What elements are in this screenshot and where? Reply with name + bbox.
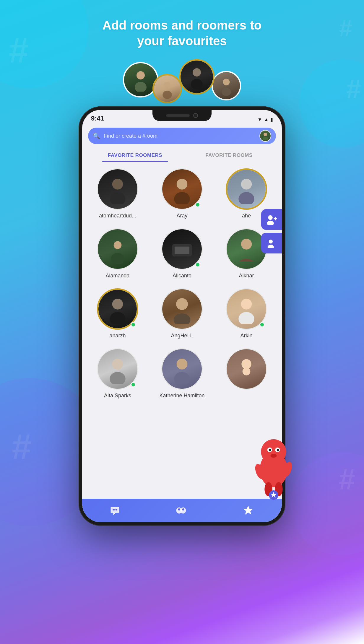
user-card-alta-sparks[interactable]: Alta Sparks — [87, 345, 149, 402]
user-avatar-wrap-10 — [97, 348, 138, 390]
user-name-3: ahe — [242, 213, 251, 219]
user-avatar-1 — [97, 168, 138, 210]
svg-point-45 — [182, 508, 184, 510]
svg-point-36 — [174, 372, 190, 384]
svg-point-39 — [113, 509, 114, 511]
tab-favorite-rooms[interactable]: FAVORITE ROOMS — [182, 149, 276, 162]
phone-wrapper: 9:41 ▼ ▲ ▮ 🔍 Find or create a #room — [79, 106, 285, 526]
user-name-2: Aray — [176, 213, 187, 219]
mascot-character — [250, 430, 297, 502]
online-indicator-10 — [131, 382, 136, 387]
phone-notch — [152, 110, 212, 121]
header-line2: your favourites — [137, 34, 227, 48]
user-avatar-wrap-7 — [97, 288, 138, 330]
bg-decoration-4 — [290, 452, 364, 555]
svg-point-14 — [269, 240, 273, 243]
floating-avatar-2[interactable] — [152, 74, 182, 103]
nav-item-chat[interactable] — [110, 505, 120, 516]
svg-point-31 — [241, 299, 252, 310]
user-avatar-11 — [161, 348, 203, 390]
user-avatar-wrap-12 — [226, 348, 267, 390]
svg-point-44 — [178, 508, 180, 510]
page-header: Add rooms and roomers to your favourites — [0, 18, 364, 49]
tab-favorite-roomers[interactable]: FAVORITE ROOMERS — [88, 149, 182, 162]
user-card-anghell[interactable]: AngHeLL — [151, 285, 213, 342]
user-card-alicanto[interactable]: Alicanto — [151, 225, 213, 282]
user-avatar-wrap-9 — [226, 288, 267, 330]
floating-avatar-3[interactable] — [179, 59, 214, 95]
user-card-anarzh[interactable]: anarzh — [87, 285, 149, 342]
floating-avatar-4[interactable] — [212, 71, 241, 100]
nav-item-favorites[interactable] — [242, 504, 254, 517]
svg-point-16 — [112, 179, 123, 190]
user-name-5: Alicanto — [173, 273, 191, 279]
status-icons: ▼ ▲ ▮ — [257, 117, 273, 122]
svg-point-4 — [193, 68, 201, 77]
online-indicator-5 — [195, 262, 200, 267]
online-indicator-9 — [259, 322, 265, 327]
svg-point-17 — [110, 192, 125, 204]
svg-point-34 — [110, 372, 125, 384]
svg-point-28 — [110, 312, 125, 324]
user-card-katherine-hamilton[interactable]: Katherine Hamilton — [151, 345, 213, 402]
status-time: 9:41 — [91, 115, 104, 122]
tabs-container: FAVORITE ROOMERS FAVORITE ROOMS — [82, 149, 282, 162]
search-avatar[interactable] — [259, 130, 271, 142]
svg-marker-46 — [243, 506, 253, 515]
user-avatar-12 — [226, 348, 267, 390]
user-avatar-wrap-8 — [161, 288, 203, 330]
user-avatar-8 — [161, 288, 203, 330]
svg-point-27 — [112, 299, 123, 310]
svg-point-35 — [177, 359, 188, 370]
nav-item-rooms[interactable] — [175, 504, 187, 517]
add-friend-button-2[interactable] — [261, 233, 282, 253]
svg-point-29 — [176, 298, 188, 310]
user-avatar-3 — [226, 168, 267, 210]
svg-point-7 — [222, 88, 231, 96]
signal-icon: ▲ — [264, 117, 269, 122]
user-avatar-wrap-5 — [161, 228, 203, 270]
svg-point-8 — [264, 133, 267, 136]
user-card-arkin[interactable]: Arkin — [215, 285, 277, 342]
svg-point-5 — [191, 79, 203, 89]
user-name-7: anarzh — [109, 333, 126, 339]
notch-speaker — [166, 114, 190, 117]
user-avatar-6 — [226, 228, 267, 270]
svg-point-6 — [223, 79, 230, 85]
add-friend-button[interactable] — [261, 209, 282, 230]
user-avatar-wrap-2 — [161, 168, 203, 210]
svg-point-2 — [164, 82, 171, 88]
svg-point-38 — [243, 367, 251, 375]
user-avatar-wrap-3 — [226, 168, 267, 210]
user-name-11: Katherine Hamilton — [159, 393, 204, 399]
online-indicator-2 — [195, 202, 200, 207]
search-bar[interactable]: 🔍 Find or create a #room — [88, 128, 276, 144]
svg-point-10 — [268, 215, 272, 220]
svg-point-3 — [162, 91, 172, 99]
svg-point-20 — [241, 179, 252, 190]
svg-point-26 — [241, 239, 252, 250]
svg-point-1 — [135, 82, 147, 92]
floating-avatars-container — [0, 59, 364, 103]
bottom-nav — [82, 499, 282, 522]
svg-point-52 — [277, 449, 279, 451]
svg-point-30 — [174, 313, 191, 324]
svg-point-40 — [114, 509, 116, 511]
svg-point-53 — [270, 454, 277, 458]
user-card-mascot[interactable] — [215, 345, 277, 402]
svg-point-9 — [263, 137, 268, 140]
svg-point-51 — [269, 449, 271, 451]
user-card-aray[interactable]: Aray — [151, 165, 213, 222]
svg-point-11 — [267, 221, 274, 225]
search-icon: 🔍 — [93, 132, 100, 139]
user-card-atomheartdud[interactable]: atomheartdud... — [87, 165, 149, 222]
user-avatar-wrap-11 — [161, 348, 203, 390]
user-name-9: Arkin — [240, 333, 252, 339]
user-name-6: Alkhar — [239, 273, 254, 279]
user-avatar-wrap-6 — [226, 228, 267, 270]
user-card-alamanda[interactable]: Alamanda — [87, 225, 149, 282]
svg-point-33 — [112, 359, 123, 370]
svg-point-32 — [238, 312, 254, 324]
online-indicator-7 — [131, 322, 136, 327]
user-name-4: Alamanda — [105, 273, 129, 279]
